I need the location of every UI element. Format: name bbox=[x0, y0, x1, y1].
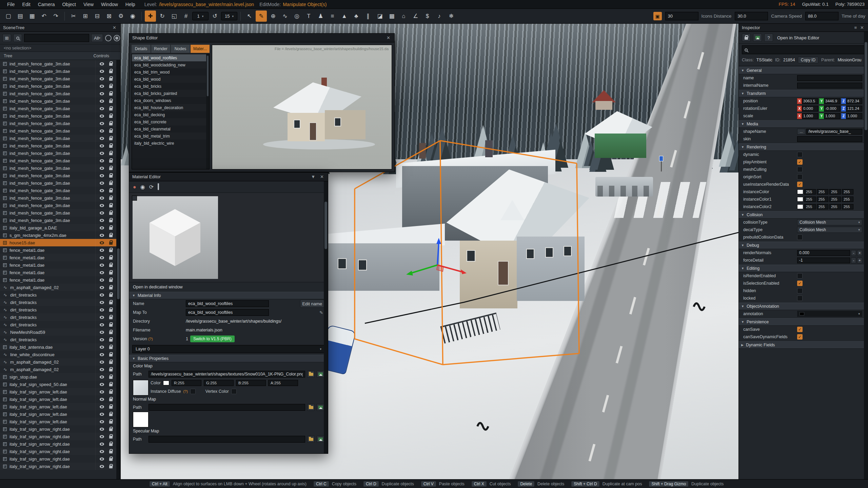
new-group-button[interactable]: ⊞ bbox=[2, 34, 11, 42]
inspector-search-input[interactable] bbox=[750, 47, 862, 53]
input-position-x[interactable] bbox=[802, 98, 818, 104]
tree-item[interactable]: ∿m_asphalt_damaged_02 bbox=[0, 358, 116, 366]
input-scale-x[interactable] bbox=[802, 113, 818, 119]
tab-nodes[interactable]: Nodes bbox=[171, 45, 190, 53]
visibility-icon[interactable] bbox=[100, 443, 104, 446]
lock-icon[interactable] bbox=[109, 369, 113, 371]
terrain-icon[interactable]: ▲ bbox=[339, 11, 350, 22]
material-list-item[interactable]: eca_bld_woodcladding_new bbox=[132, 61, 209, 68]
color-swatch[interactable] bbox=[163, 381, 169, 385]
tree-item[interactable]: italy_bld_antenna.dae bbox=[0, 343, 116, 351]
tree-item[interactable]: ind_mesh_fence_gate_3m.dae bbox=[0, 120, 116, 127]
visibility-icon[interactable] bbox=[100, 152, 104, 155]
lock-icon[interactable] bbox=[109, 93, 113, 96]
world-icon[interactable]: ◉ bbox=[127, 11, 138, 22]
lock-icon[interactable] bbox=[109, 406, 113, 409]
lock-icon[interactable] bbox=[109, 167, 113, 170]
building-tool-icon[interactable]: ⌂ bbox=[398, 11, 409, 22]
visibility-icon[interactable] bbox=[100, 338, 104, 341]
tree-item[interactable]: ind_mesh_fence_gate_3m.dae bbox=[0, 105, 116, 112]
material-list-item[interactable]: eca_bld_house_decoration bbox=[132, 104, 209, 111]
tree-item[interactable]: ∿dirt_tiretracks bbox=[0, 336, 116, 343]
section-header-editing[interactable]: ▼Editing bbox=[739, 265, 864, 272]
lock-icon[interactable] bbox=[109, 361, 113, 364]
section-header-persistence[interactable]: ▼Persistence bbox=[739, 318, 864, 326]
refresh-icon[interactable]: ⟳ bbox=[149, 184, 154, 190]
preview-sphere2-icon[interactable]: ◉ bbox=[140, 184, 145, 190]
checkbox-useinstancerenderdata[interactable]: ✓ bbox=[797, 182, 803, 187]
color-swatch[interactable] bbox=[797, 197, 803, 202]
color-r-value[interactable]: R:255 bbox=[172, 380, 201, 386]
menu-item-help[interactable]: Help bbox=[122, 2, 139, 7]
visibility-icon[interactable] bbox=[100, 197, 104, 200]
help-icon[interactable]: (?) bbox=[183, 389, 188, 393]
texture-preview-button[interactable] bbox=[317, 404, 324, 411]
tree-item[interactable]: ∿dirt_tiretracks bbox=[0, 313, 116, 321]
select-annotation[interactable]: ▾ bbox=[797, 311, 862, 317]
measure-tool-icon[interactable]: ∠ bbox=[410, 11, 421, 22]
vertex-color-checkbox[interactable] bbox=[231, 389, 237, 394]
visibility-icon[interactable] bbox=[100, 346, 104, 349]
visibility-icon[interactable] bbox=[100, 413, 104, 416]
visibility-icon[interactable] bbox=[100, 308, 104, 311]
material-list-item[interactable]: eca_bld_bricks_painted bbox=[132, 90, 209, 97]
field-input-icons-distance[interactable] bbox=[665, 12, 698, 20]
input-internalname[interactable] bbox=[797, 83, 862, 88]
visibility-icon[interactable] bbox=[100, 241, 104, 244]
text-tool-icon[interactable]: T bbox=[303, 11, 314, 22]
material-list-item[interactable]: eca_doors_windows bbox=[132, 97, 209, 104]
lock-icon[interactable] bbox=[109, 317, 113, 319]
material-list-item[interactable]: eca_bld_wood bbox=[132, 76, 209, 83]
lock-icon[interactable] bbox=[109, 152, 113, 155]
lock-icon[interactable] bbox=[109, 249, 113, 252]
visibility-icon[interactable] bbox=[100, 122, 104, 125]
icons-distance-icon[interactable]: ▣ bbox=[653, 12, 662, 20]
currency-icon[interactable]: $ bbox=[422, 11, 433, 22]
visibility-icon[interactable] bbox=[100, 137, 104, 140]
open-dedicated-button[interactable]: Open in dedicated window bbox=[129, 282, 328, 292]
lock-icon[interactable] bbox=[109, 242, 113, 245]
tree-item[interactable]: s_gm_rectangle_4mx2m.dae bbox=[0, 231, 116, 239]
input-name[interactable] bbox=[797, 75, 862, 81]
spline-icon[interactable]: ∿ bbox=[279, 11, 291, 22]
visibility-icon[interactable] bbox=[100, 323, 104, 326]
visibility-icon[interactable] bbox=[100, 189, 104, 192]
field-input-camera-speed[interactable] bbox=[735, 12, 768, 20]
visibility-icon[interactable] bbox=[100, 465, 104, 468]
lock-icon[interactable] bbox=[109, 108, 113, 110]
delete-icon[interactable]: ⊠ bbox=[103, 11, 115, 22]
lock-icon[interactable] bbox=[109, 354, 113, 357]
lock-icon[interactable] bbox=[109, 428, 113, 431]
scale-gizmo-icon[interactable]: ◱ bbox=[169, 11, 180, 22]
save-icon[interactable]: ▦ bbox=[26, 11, 38, 22]
rotate-gizmo-icon[interactable]: ↻ bbox=[157, 11, 168, 22]
settings-gear-icon[interactable]: ⚙ bbox=[115, 11, 126, 22]
tree-item[interactable]: ∿NewMeshRoad59 bbox=[0, 328, 116, 336]
road-tool-icon[interactable]: ∥ bbox=[362, 11, 374, 22]
checkbox-hidden[interactable] bbox=[797, 288, 803, 293]
target-circle-icon[interactable] bbox=[114, 35, 120, 41]
input-position-y[interactable] bbox=[824, 98, 840, 104]
tree-item[interactable]: italy_traf_sign_arrow_right.dae bbox=[0, 440, 116, 448]
visibility-icon[interactable] bbox=[100, 70, 104, 73]
preview-sphere-icon[interactable]: ● bbox=[133, 184, 136, 190]
lock-icon[interactable] bbox=[109, 212, 113, 215]
visibility-icon[interactable] bbox=[100, 435, 104, 438]
lock-icon[interactable] bbox=[109, 309, 113, 312]
menu-item-view[interactable]: View bbox=[80, 2, 97, 7]
filter-circle-icon[interactable] bbox=[105, 35, 112, 41]
lock-icon[interactable] bbox=[109, 182, 113, 185]
tree-item[interactable]: ind_mesh_fence_gate_3m.dae bbox=[0, 127, 116, 135]
visibility-icon[interactable] bbox=[100, 331, 104, 334]
visibility-icon[interactable] bbox=[100, 405, 104, 408]
lock-icon[interactable] bbox=[109, 70, 113, 73]
tree-item[interactable]: ind_mesh_fence_gate_3m.dae bbox=[0, 90, 116, 97]
visibility-icon[interactable] bbox=[100, 286, 104, 289]
open-in-shape-editor-button[interactable]: Open in Shape Editor bbox=[777, 35, 819, 40]
input-rotationeuler-y[interactable] bbox=[824, 106, 840, 111]
checkbox-playambient[interactable]: ✓ bbox=[797, 159, 803, 165]
audio-icon[interactable]: ♪ bbox=[434, 11, 445, 22]
material-list-item[interactable]: eca_bld_wood_rooftiles bbox=[132, 54, 209, 61]
lock-icon[interactable] bbox=[109, 138, 113, 140]
lock-icon[interactable] bbox=[109, 190, 113, 192]
